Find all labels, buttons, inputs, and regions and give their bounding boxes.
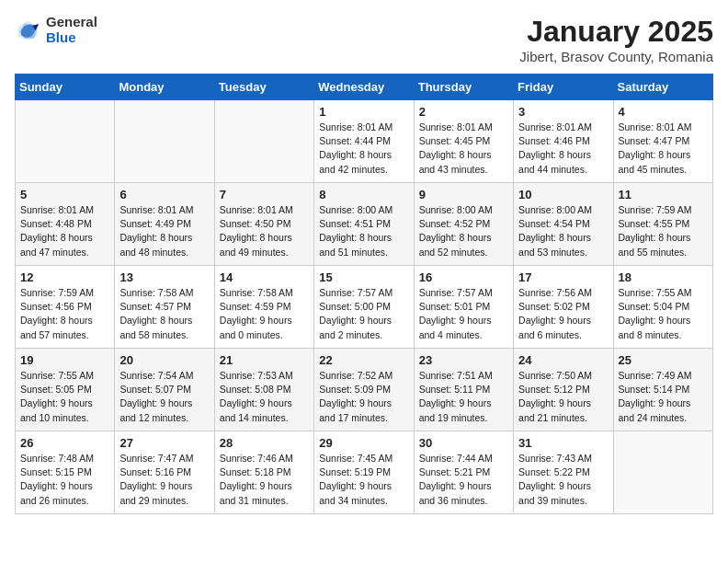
day-of-week-header: Sunday: [16, 75, 115, 100]
day-info: Sunrise: 7:44 AM Sunset: 5:21 PM Dayligh…: [419, 452, 508, 508]
calendar-cell: 1Sunrise: 8:01 AM Sunset: 4:44 PM Daylig…: [314, 100, 414, 183]
day-number: 17: [518, 270, 608, 284]
day-number: 24: [518, 353, 608, 367]
calendar-cell: [613, 431, 712, 514]
calendar-cell: 14Sunrise: 7:58 AM Sunset: 4:59 PM Dayli…: [214, 266, 313, 349]
day-number: 27: [119, 436, 209, 450]
day-number: 8: [319, 188, 408, 201]
day-number: 22: [319, 353, 408, 367]
calendar-cell: 18Sunrise: 7:55 AM Sunset: 5:04 PM Dayli…: [613, 266, 712, 349]
header: General Blue January 2025 Jibert, Brasov…: [15, 15, 713, 64]
day-info: Sunrise: 8:01 AM Sunset: 4:46 PM Dayligh…: [518, 121, 608, 177]
calendar-week-row: 12Sunrise: 7:59 AM Sunset: 4:56 PM Dayli…: [16, 266, 713, 349]
day-number: 2: [419, 105, 508, 119]
day-number: 29: [319, 436, 408, 450]
calendar-cell: 15Sunrise: 7:57 AM Sunset: 5:00 PM Dayli…: [314, 266, 414, 349]
day-number: 25: [619, 353, 708, 367]
day-info: Sunrise: 7:53 AM Sunset: 5:08 PM Dayligh…: [220, 369, 309, 425]
calendar-cell: 3Sunrise: 8:01 AM Sunset: 4:46 PM Daylig…: [514, 100, 613, 183]
calendar-cell: 4Sunrise: 8:01 AM Sunset: 4:47 PM Daylig…: [613, 100, 712, 183]
day-info: Sunrise: 8:01 AM Sunset: 4:45 PM Dayligh…: [419, 121, 508, 177]
calendar-cell: 2Sunrise: 8:01 AM Sunset: 4:45 PM Daylig…: [414, 100, 513, 183]
calendar-cell: 25Sunrise: 7:49 AM Sunset: 5:14 PM Dayli…: [613, 349, 712, 431]
day-number: 11: [619, 188, 708, 201]
calendar-cell: 28Sunrise: 7:46 AM Sunset: 5:18 PM Dayli…: [214, 431, 313, 514]
day-number: 21: [220, 353, 309, 367]
day-info: Sunrise: 7:59 AM Sunset: 4:56 PM Dayligh…: [20, 286, 109, 342]
calendar-cell: [214, 100, 313, 183]
calendar-cell: 7Sunrise: 8:01 AM Sunset: 4:50 PM Daylig…: [214, 183, 313, 266]
day-number: 14: [220, 270, 309, 284]
calendar-cell: 24Sunrise: 7:50 AM Sunset: 5:12 PM Dayli…: [514, 349, 613, 431]
day-of-week-header: Wednesday: [314, 75, 414, 100]
location-title: Jibert, Brasov County, Romania: [519, 49, 713, 64]
logo-text: General Blue: [46, 15, 97, 45]
day-of-week-header: Friday: [514, 75, 613, 100]
day-info: Sunrise: 8:01 AM Sunset: 4:47 PM Dayligh…: [619, 121, 708, 177]
day-number: 26: [20, 436, 109, 450]
day-info: Sunrise: 7:52 AM Sunset: 5:09 PM Dayligh…: [319, 369, 408, 425]
calendar-cell: 20Sunrise: 7:54 AM Sunset: 5:07 PM Dayli…: [115, 349, 214, 431]
day-number: 19: [20, 353, 109, 367]
day-number: 3: [518, 105, 608, 119]
day-info: Sunrise: 7:50 AM Sunset: 5:12 PM Dayligh…: [518, 369, 608, 425]
day-info: Sunrise: 7:45 AM Sunset: 5:19 PM Dayligh…: [319, 452, 408, 508]
logo-blue-text: Blue: [46, 30, 97, 46]
calendar-table: SundayMondayTuesdayWednesdayThursdayFrid…: [15, 74, 713, 514]
day-info: Sunrise: 7:58 AM Sunset: 4:59 PM Dayligh…: [220, 286, 309, 342]
calendar-cell: 8Sunrise: 8:00 AM Sunset: 4:51 PM Daylig…: [314, 183, 414, 266]
calendar-cell: 31Sunrise: 7:43 AM Sunset: 5:22 PM Dayli…: [514, 431, 613, 514]
day-info: Sunrise: 8:00 AM Sunset: 4:54 PM Dayligh…: [518, 203, 608, 259]
day-number: 7: [220, 188, 309, 201]
day-number: 30: [419, 436, 508, 450]
day-info: Sunrise: 7:47 AM Sunset: 5:16 PM Dayligh…: [119, 452, 209, 508]
logo-general-text: General: [46, 15, 97, 30]
calendar-cell: 13Sunrise: 7:58 AM Sunset: 4:57 PM Dayli…: [115, 266, 214, 349]
calendar-cell: [115, 100, 214, 183]
day-info: Sunrise: 7:55 AM Sunset: 5:05 PM Dayligh…: [20, 369, 109, 425]
day-number: 28: [220, 436, 309, 450]
calendar-header-row: SundayMondayTuesdayWednesdayThursdayFrid…: [16, 75, 713, 100]
calendar-cell: 10Sunrise: 8:00 AM Sunset: 4:54 PM Dayli…: [514, 183, 613, 266]
calendar-cell: 5Sunrise: 8:01 AM Sunset: 4:48 PM Daylig…: [16, 183, 115, 266]
day-info: Sunrise: 8:01 AM Sunset: 4:44 PM Dayligh…: [319, 121, 408, 177]
calendar-cell: 17Sunrise: 7:56 AM Sunset: 5:02 PM Dayli…: [514, 266, 613, 349]
day-number: 5: [20, 188, 109, 201]
day-number: 9: [419, 188, 508, 201]
day-info: Sunrise: 7:57 AM Sunset: 5:00 PM Dayligh…: [319, 286, 408, 342]
day-info: Sunrise: 8:01 AM Sunset: 4:49 PM Dayligh…: [119, 203, 209, 259]
logo: General Blue: [15, 15, 97, 45]
day-number: 16: [419, 270, 508, 284]
day-info: Sunrise: 8:01 AM Sunset: 4:48 PM Dayligh…: [20, 203, 109, 259]
calendar-week-row: 19Sunrise: 7:55 AM Sunset: 5:05 PM Dayli…: [16, 349, 713, 431]
day-number: 15: [319, 270, 408, 284]
day-info: Sunrise: 7:54 AM Sunset: 5:07 PM Dayligh…: [119, 369, 209, 425]
day-number: 4: [619, 105, 708, 119]
calendar-cell: 27Sunrise: 7:47 AM Sunset: 5:16 PM Dayli…: [115, 431, 214, 514]
day-info: Sunrise: 7:55 AM Sunset: 5:04 PM Dayligh…: [619, 286, 708, 342]
day-of-week-header: Saturday: [613, 75, 712, 100]
day-info: Sunrise: 7:43 AM Sunset: 5:22 PM Dayligh…: [518, 452, 608, 508]
calendar-week-row: 5Sunrise: 8:01 AM Sunset: 4:48 PM Daylig…: [16, 183, 713, 266]
day-number: 10: [518, 188, 608, 201]
calendar-cell: 12Sunrise: 7:59 AM Sunset: 4:56 PM Dayli…: [16, 266, 115, 349]
day-of-week-header: Thursday: [414, 75, 513, 100]
day-info: Sunrise: 8:01 AM Sunset: 4:50 PM Dayligh…: [220, 203, 309, 259]
calendar-cell: 6Sunrise: 8:01 AM Sunset: 4:49 PM Daylig…: [115, 183, 214, 266]
calendar-week-row: 26Sunrise: 7:48 AM Sunset: 5:15 PM Dayli…: [16, 431, 713, 514]
calendar-cell: 26Sunrise: 7:48 AM Sunset: 5:15 PM Dayli…: [16, 431, 115, 514]
day-number: 31: [518, 436, 608, 450]
day-info: Sunrise: 7:48 AM Sunset: 5:15 PM Dayligh…: [20, 452, 109, 508]
day-of-week-header: Monday: [115, 75, 214, 100]
day-info: Sunrise: 7:59 AM Sunset: 4:55 PM Dayligh…: [619, 203, 708, 259]
day-info: Sunrise: 7:57 AM Sunset: 5:01 PM Dayligh…: [419, 286, 508, 342]
calendar-cell: 22Sunrise: 7:52 AM Sunset: 5:09 PM Dayli…: [314, 349, 414, 431]
calendar-cell: 29Sunrise: 7:45 AM Sunset: 5:19 PM Dayli…: [314, 431, 414, 514]
calendar-cell: [16, 100, 115, 183]
day-number: 12: [20, 270, 109, 284]
day-number: 20: [119, 353, 209, 367]
day-number: 1: [319, 105, 408, 119]
day-number: 6: [119, 188, 209, 201]
month-title: January 2025: [519, 15, 713, 49]
day-info: Sunrise: 7:46 AM Sunset: 5:18 PM Dayligh…: [220, 452, 309, 508]
